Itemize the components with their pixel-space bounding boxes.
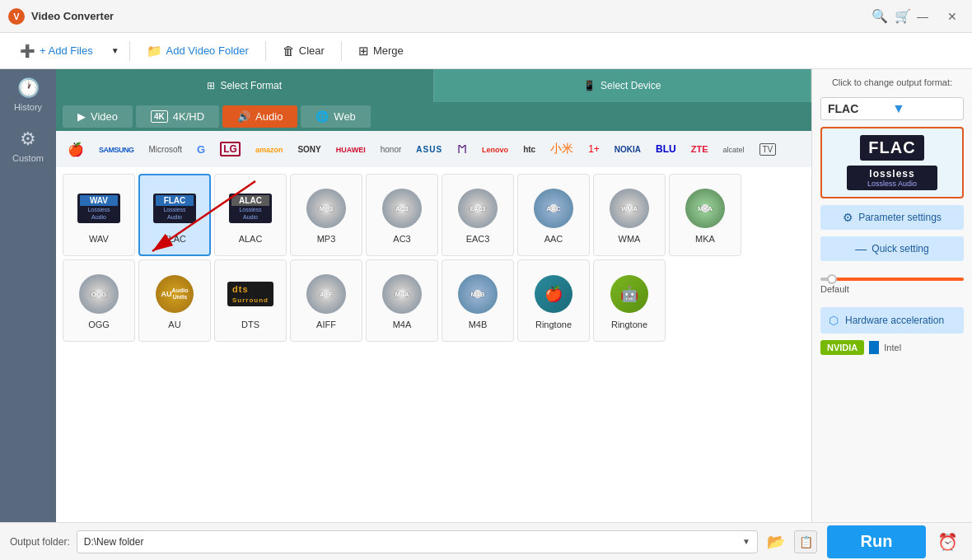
format-item-wav[interactable]: WAV LosslessAudio WAV — [63, 174, 135, 256]
sidebar-item-custom[interactable]: ⚙ Custom — [0, 120, 56, 171]
custom-icon: ⚙ — [20, 128, 36, 150]
alac-label: ALAC — [239, 234, 263, 244]
merge-button[interactable]: ⊞ Merge — [348, 40, 414, 63]
format-item-wma[interactable]: WMA WMA — [593, 174, 666, 256]
intel-icon: ⬡ — [869, 341, 879, 354]
output-folder-label: Output folder: — [10, 536, 70, 548]
search-icon[interactable]: 🔍 — [872, 8, 888, 24]
right-panel: Click to change output format: FLAC ▼ FL… — [811, 69, 972, 522]
format-item-m4a[interactable]: M4A M4A — [366, 259, 438, 342]
select-format-icon: ⊞ — [207, 80, 215, 91]
format-selector[interactable]: FLAC ▼ — [820, 97, 964, 120]
format-item-au[interactable]: AUAudioUnits AU — [138, 259, 211, 342]
param-icon: ⚙ — [843, 211, 853, 224]
alarm-button[interactable]: ⏰ — [932, 527, 962, 557]
output-path-display: D:\New folder ▼ — [77, 530, 758, 553]
clear-button[interactable]: 🗑 Clear — [273, 40, 334, 62]
video-icon: ▶ — [77, 110, 86, 123]
brand-xiaomi[interactable]: 小米 — [544, 138, 580, 160]
select-format-tab[interactable]: ⊞ Select Format — [56, 69, 434, 102]
format-item-aac[interactable]: AAC AAC — [517, 174, 590, 256]
format-item-alac[interactable]: ALAC LosslessAudio ALAC — [214, 174, 287, 256]
flac-label: FLAC — [163, 234, 186, 244]
toolbar-divider-1 — [129, 41, 130, 61]
web-type-button[interactable]: 🌐 Web — [301, 105, 371, 128]
brand-lenovo[interactable]: Lenovo — [475, 141, 515, 157]
minimize-button[interactable]: — — [911, 7, 934, 26]
format-item-ringtone-ios[interactable]: 🍎 Ringtone — [517, 259, 590, 342]
add-files-button[interactable]: ➕ + Add Files — [10, 40, 103, 63]
aiff-format-icon: AIFF — [304, 272, 348, 316]
nvidia-badge[interactable]: NVIDIA — [820, 340, 864, 355]
format-item-ringtone-android[interactable]: 🤖 Ringtone — [593, 259, 666, 342]
window-title: Video Converter — [31, 10, 863, 22]
brand-oneplus[interactable]: 1+ — [582, 140, 606, 158]
aac-format-icon: AAC — [531, 186, 576, 231]
format-item-aiff[interactable]: AIFF AIFF — [290, 259, 362, 342]
audio-type-button[interactable]: 🔊 Audio — [222, 105, 297, 128]
format-area: ⊞ Select Format 📱 Select Device ▶ Video … — [56, 69, 811, 522]
cart-icon[interactable]: 🛒 — [895, 8, 911, 24]
brand-sony[interactable]: SONY — [291, 141, 327, 157]
ringtone-ios-icon: 🍎 — [531, 272, 576, 316]
run-button[interactable]: Run — [827, 525, 926, 558]
brand-asus[interactable]: ASUS — [409, 141, 449, 157]
format-item-m4b[interactable]: M4B M4B — [442, 259, 514, 342]
brand-microsoft[interactable]: Microsoft — [143, 141, 189, 157]
brand-bar: 🍎 SAMSUNG Microsoft G LG amazon SONY HUA… — [56, 131, 811, 167]
brand-moto[interactable]: Ϻ — [451, 139, 474, 159]
flac-logo: FLAC — [860, 135, 923, 161]
format-item-ac3[interactable]: AC3 AC3 — [366, 174, 438, 256]
lossless-bot-text: Lossless Audio — [852, 180, 932, 188]
4k-type-button[interactable]: 4K 4K/HD — [136, 105, 219, 128]
brand-honor[interactable]: honor — [374, 141, 409, 157]
format-grid-container: WAV LosslessAudio WAV FLAC LosslessAudio — [56, 167, 811, 522]
format-item-mka[interactable]: MKA MKA — [669, 174, 741, 256]
quality-slider[interactable] — [820, 278, 964, 281]
eac3-format-icon: EAC3 — [456, 186, 500, 231]
brand-google[interactable]: G — [190, 140, 212, 159]
toolbar-divider-3 — [341, 41, 342, 61]
format-item-eac3[interactable]: EAC3 EAC3 — [442, 174, 514, 256]
history-icon: 🕐 — [17, 77, 40, 99]
sidebar-item-history[interactable]: 🕐 History — [0, 69, 56, 120]
brand-zte[interactable]: ZTE — [685, 141, 715, 157]
add-video-folder-button[interactable]: 📁 Add Video Folder — [137, 40, 259, 63]
select-device-tab[interactable]: 📱 Select Device — [434, 69, 812, 102]
brand-apple[interactable]: 🍎 — [61, 138, 91, 161]
param-settings-button[interactable]: ⚙ Parameter settings — [820, 205, 964, 230]
browse-folder-button[interactable]: 📂 — [764, 530, 787, 553]
close-button[interactable]: ✕ — [941, 7, 964, 26]
main-layout: 🕐 History ⚙ Custom ⊞ Select Format 📱 Sel… — [0, 69, 972, 522]
ringtone-android-label: Ringtone — [611, 320, 647, 329]
brand-blu[interactable]: BLU — [649, 140, 683, 158]
ogg-format-icon: OGG — [77, 272, 121, 316]
format-item-ogg[interactable]: OGG OGG — [63, 259, 135, 342]
hardware-acceleration-button[interactable]: ⬡ Hardware acceleration — [820, 307, 964, 334]
web-icon: 🌐 — [315, 110, 329, 123]
au-format-icon: AUAudioUnits — [152, 272, 197, 316]
format-item-dts[interactable]: dtsSurround DTS — [214, 259, 287, 342]
brand-huawei[interactable]: HUAWEI — [329, 141, 372, 157]
slider-thumb[interactable] — [827, 274, 837, 284]
lossless-badge: lossless Lossless Audio — [847, 166, 937, 190]
video-type-button[interactable]: ▶ Video — [63, 105, 133, 128]
mka-label: MKA — [695, 234, 715, 244]
file-options-button[interactable]: 📋 — [794, 530, 817, 553]
brand-tv[interactable]: TV — [753, 141, 783, 157]
brand-alcatel[interactable]: alcatel — [717, 141, 751, 157]
brand-nokia[interactable]: NOKIA — [608, 141, 647, 157]
format-item-mp3[interactable]: MP3 MP3 — [290, 174, 362, 256]
brand-lg[interactable]: LG — [213, 140, 247, 158]
ac3-format-icon: AC3 — [380, 186, 424, 231]
brand-samsung[interactable]: SAMSUNG — [92, 141, 141, 157]
dropdown-arrow-path[interactable]: ▼ — [742, 537, 750, 546]
format-item-flac[interactable]: FLAC LosslessAudio FLAC — [138, 174, 211, 256]
brand-htc[interactable]: htc — [516, 141, 542, 157]
mp3-format-icon: MP3 — [304, 186, 348, 231]
sidebar: 🕐 History ⚙ Custom — [0, 69, 56, 522]
quick-setting-button[interactable]: — Quick setting — [820, 236, 964, 261]
dropdown-add-button[interactable]: ▼ — [106, 42, 123, 59]
brand-amazon[interactable]: amazon — [249, 141, 290, 157]
toolbar-divider-2 — [265, 41, 266, 61]
